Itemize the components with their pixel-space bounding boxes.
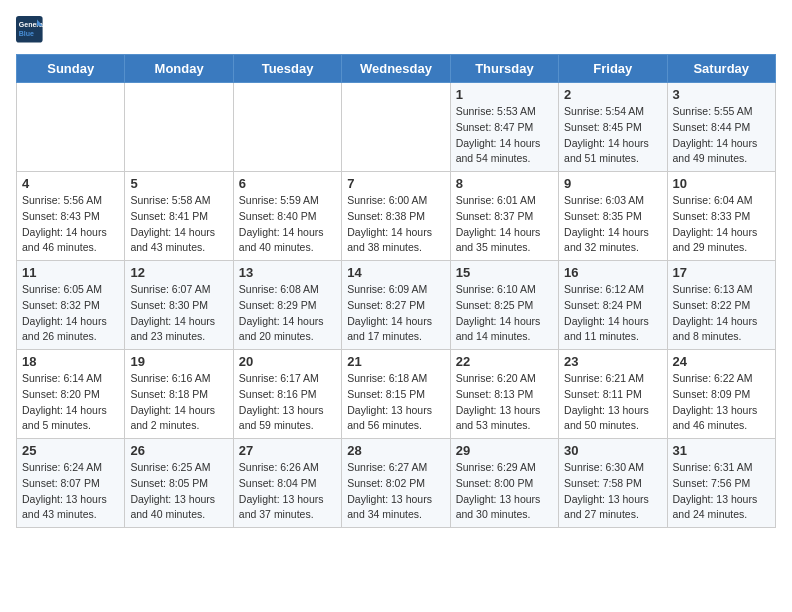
day-number: 8 bbox=[456, 176, 553, 191]
day-info: Sunrise: 6:08 AM Sunset: 8:29 PM Dayligh… bbox=[239, 282, 336, 345]
calendar-cell: 19Sunrise: 6:16 AM Sunset: 8:18 PM Dayli… bbox=[125, 350, 233, 439]
day-header-tuesday: Tuesday bbox=[233, 55, 341, 83]
calendar-cell: 29Sunrise: 6:29 AM Sunset: 8:00 PM Dayli… bbox=[450, 439, 558, 528]
logo-icon: General Blue bbox=[16, 16, 44, 44]
day-info: Sunrise: 6:10 AM Sunset: 8:25 PM Dayligh… bbox=[456, 282, 553, 345]
calendar-cell: 9Sunrise: 6:03 AM Sunset: 8:35 PM Daylig… bbox=[559, 172, 667, 261]
day-info: Sunrise: 6:03 AM Sunset: 8:35 PM Dayligh… bbox=[564, 193, 661, 256]
calendar-cell: 31Sunrise: 6:31 AM Sunset: 7:56 PM Dayli… bbox=[667, 439, 775, 528]
logo: General Blue bbox=[16, 16, 48, 44]
day-info: Sunrise: 6:27 AM Sunset: 8:02 PM Dayligh… bbox=[347, 460, 444, 523]
calendar-cell: 26Sunrise: 6:25 AM Sunset: 8:05 PM Dayli… bbox=[125, 439, 233, 528]
calendar-cell: 1Sunrise: 5:53 AM Sunset: 8:47 PM Daylig… bbox=[450, 83, 558, 172]
calendar-cell: 13Sunrise: 6:08 AM Sunset: 8:29 PM Dayli… bbox=[233, 261, 341, 350]
day-number: 24 bbox=[673, 354, 770, 369]
week-row-5: 25Sunrise: 6:24 AM Sunset: 8:07 PM Dayli… bbox=[17, 439, 776, 528]
calendar-cell: 7Sunrise: 6:00 AM Sunset: 8:38 PM Daylig… bbox=[342, 172, 450, 261]
day-number: 7 bbox=[347, 176, 444, 191]
calendar-cell: 14Sunrise: 6:09 AM Sunset: 8:27 PM Dayli… bbox=[342, 261, 450, 350]
day-number: 1 bbox=[456, 87, 553, 102]
calendar-cell: 30Sunrise: 6:30 AM Sunset: 7:58 PM Dayli… bbox=[559, 439, 667, 528]
day-number: 18 bbox=[22, 354, 119, 369]
calendar-cell: 25Sunrise: 6:24 AM Sunset: 8:07 PM Dayli… bbox=[17, 439, 125, 528]
calendar-cell: 17Sunrise: 6:13 AM Sunset: 8:22 PM Dayli… bbox=[667, 261, 775, 350]
day-header-thursday: Thursday bbox=[450, 55, 558, 83]
calendar-cell bbox=[17, 83, 125, 172]
day-info: Sunrise: 6:16 AM Sunset: 8:18 PM Dayligh… bbox=[130, 371, 227, 434]
day-info: Sunrise: 6:04 AM Sunset: 8:33 PM Dayligh… bbox=[673, 193, 770, 256]
day-number: 26 bbox=[130, 443, 227, 458]
day-info: Sunrise: 6:18 AM Sunset: 8:15 PM Dayligh… bbox=[347, 371, 444, 434]
day-info: Sunrise: 5:56 AM Sunset: 8:43 PM Dayligh… bbox=[22, 193, 119, 256]
calendar-cell bbox=[233, 83, 341, 172]
day-info: Sunrise: 6:09 AM Sunset: 8:27 PM Dayligh… bbox=[347, 282, 444, 345]
day-number: 11 bbox=[22, 265, 119, 280]
calendar-cell: 22Sunrise: 6:20 AM Sunset: 8:13 PM Dayli… bbox=[450, 350, 558, 439]
days-header-row: SundayMondayTuesdayWednesdayThursdayFrid… bbox=[17, 55, 776, 83]
day-number: 20 bbox=[239, 354, 336, 369]
day-info: Sunrise: 6:30 AM Sunset: 7:58 PM Dayligh… bbox=[564, 460, 661, 523]
day-header-wednesday: Wednesday bbox=[342, 55, 450, 83]
calendar-cell: 2Sunrise: 5:54 AM Sunset: 8:45 PM Daylig… bbox=[559, 83, 667, 172]
day-info: Sunrise: 6:29 AM Sunset: 8:00 PM Dayligh… bbox=[456, 460, 553, 523]
day-info: Sunrise: 6:24 AM Sunset: 8:07 PM Dayligh… bbox=[22, 460, 119, 523]
day-info: Sunrise: 6:26 AM Sunset: 8:04 PM Dayligh… bbox=[239, 460, 336, 523]
day-number: 12 bbox=[130, 265, 227, 280]
week-row-1: 1Sunrise: 5:53 AM Sunset: 8:47 PM Daylig… bbox=[17, 83, 776, 172]
day-number: 19 bbox=[130, 354, 227, 369]
svg-text:Blue: Blue bbox=[19, 30, 34, 37]
calendar-cell: 28Sunrise: 6:27 AM Sunset: 8:02 PM Dayli… bbox=[342, 439, 450, 528]
calendar-cell: 12Sunrise: 6:07 AM Sunset: 8:30 PM Dayli… bbox=[125, 261, 233, 350]
day-header-monday: Monday bbox=[125, 55, 233, 83]
day-info: Sunrise: 6:22 AM Sunset: 8:09 PM Dayligh… bbox=[673, 371, 770, 434]
week-row-3: 11Sunrise: 6:05 AM Sunset: 8:32 PM Dayli… bbox=[17, 261, 776, 350]
day-info: Sunrise: 5:58 AM Sunset: 8:41 PM Dayligh… bbox=[130, 193, 227, 256]
day-number: 17 bbox=[673, 265, 770, 280]
day-header-saturday: Saturday bbox=[667, 55, 775, 83]
day-number: 15 bbox=[456, 265, 553, 280]
day-info: Sunrise: 6:21 AM Sunset: 8:11 PM Dayligh… bbox=[564, 371, 661, 434]
day-number: 30 bbox=[564, 443, 661, 458]
day-number: 3 bbox=[673, 87, 770, 102]
day-number: 16 bbox=[564, 265, 661, 280]
day-info: Sunrise: 6:25 AM Sunset: 8:05 PM Dayligh… bbox=[130, 460, 227, 523]
day-info: Sunrise: 6:20 AM Sunset: 8:13 PM Dayligh… bbox=[456, 371, 553, 434]
day-info: Sunrise: 6:13 AM Sunset: 8:22 PM Dayligh… bbox=[673, 282, 770, 345]
week-row-2: 4Sunrise: 5:56 AM Sunset: 8:43 PM Daylig… bbox=[17, 172, 776, 261]
calendar-cell: 24Sunrise: 6:22 AM Sunset: 8:09 PM Dayli… bbox=[667, 350, 775, 439]
calendar-cell: 16Sunrise: 6:12 AM Sunset: 8:24 PM Dayli… bbox=[559, 261, 667, 350]
day-info: Sunrise: 6:17 AM Sunset: 8:16 PM Dayligh… bbox=[239, 371, 336, 434]
calendar-cell: 5Sunrise: 5:58 AM Sunset: 8:41 PM Daylig… bbox=[125, 172, 233, 261]
calendar-cell: 8Sunrise: 6:01 AM Sunset: 8:37 PM Daylig… bbox=[450, 172, 558, 261]
day-number: 21 bbox=[347, 354, 444, 369]
day-number: 31 bbox=[673, 443, 770, 458]
day-number: 2 bbox=[564, 87, 661, 102]
day-number: 28 bbox=[347, 443, 444, 458]
calendar-cell: 11Sunrise: 6:05 AM Sunset: 8:32 PM Dayli… bbox=[17, 261, 125, 350]
header: General Blue bbox=[16, 16, 776, 44]
day-number: 25 bbox=[22, 443, 119, 458]
day-info: Sunrise: 5:53 AM Sunset: 8:47 PM Dayligh… bbox=[456, 104, 553, 167]
calendar-cell: 15Sunrise: 6:10 AM Sunset: 8:25 PM Dayli… bbox=[450, 261, 558, 350]
day-number: 14 bbox=[347, 265, 444, 280]
day-number: 27 bbox=[239, 443, 336, 458]
calendar-cell: 20Sunrise: 6:17 AM Sunset: 8:16 PM Dayli… bbox=[233, 350, 341, 439]
calendar-cell: 23Sunrise: 6:21 AM Sunset: 8:11 PM Dayli… bbox=[559, 350, 667, 439]
calendar-cell: 6Sunrise: 5:59 AM Sunset: 8:40 PM Daylig… bbox=[233, 172, 341, 261]
week-row-4: 18Sunrise: 6:14 AM Sunset: 8:20 PM Dayli… bbox=[17, 350, 776, 439]
calendar-table: SundayMondayTuesdayWednesdayThursdayFrid… bbox=[16, 54, 776, 528]
calendar-cell: 4Sunrise: 5:56 AM Sunset: 8:43 PM Daylig… bbox=[17, 172, 125, 261]
calendar-cell: 3Sunrise: 5:55 AM Sunset: 8:44 PM Daylig… bbox=[667, 83, 775, 172]
calendar-cell bbox=[342, 83, 450, 172]
calendar-cell: 18Sunrise: 6:14 AM Sunset: 8:20 PM Dayli… bbox=[17, 350, 125, 439]
day-number: 9 bbox=[564, 176, 661, 191]
day-info: Sunrise: 5:54 AM Sunset: 8:45 PM Dayligh… bbox=[564, 104, 661, 167]
calendar-cell: 10Sunrise: 6:04 AM Sunset: 8:33 PM Dayli… bbox=[667, 172, 775, 261]
day-number: 29 bbox=[456, 443, 553, 458]
calendar-cell bbox=[125, 83, 233, 172]
day-info: Sunrise: 6:07 AM Sunset: 8:30 PM Dayligh… bbox=[130, 282, 227, 345]
day-header-friday: Friday bbox=[559, 55, 667, 83]
day-info: Sunrise: 6:12 AM Sunset: 8:24 PM Dayligh… bbox=[564, 282, 661, 345]
day-number: 6 bbox=[239, 176, 336, 191]
day-info: Sunrise: 5:59 AM Sunset: 8:40 PM Dayligh… bbox=[239, 193, 336, 256]
